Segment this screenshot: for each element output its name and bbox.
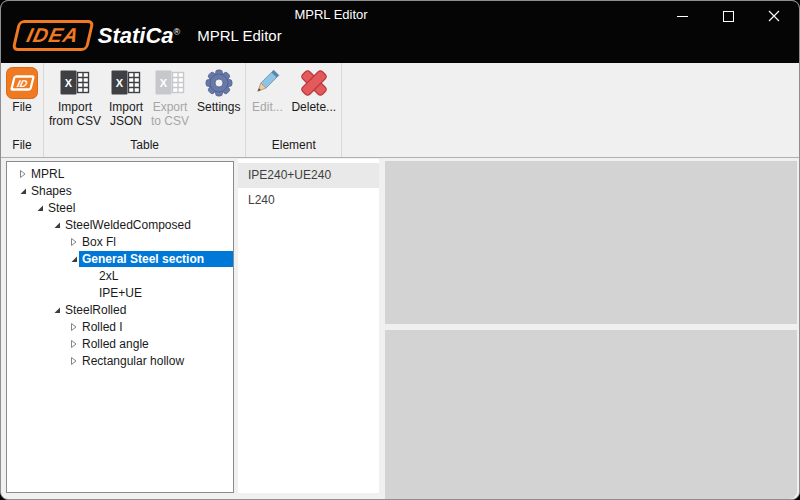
ribbon-button-row: IDFile (1, 63, 43, 136)
delete-button[interactable]: Delete... (288, 66, 339, 115)
import-from-csv-button[interactable]: XImport from CSV (46, 66, 104, 129)
file-button[interactable]: IDFile (3, 66, 41, 115)
tree-item-steel[interactable]: Steel (7, 199, 233, 216)
app-name-label: MPRL Editor (197, 27, 281, 44)
delete-x-icon (298, 67, 330, 99)
minimize-button[interactable] (659, 1, 705, 31)
expanded-expander-icon[interactable] (52, 305, 62, 315)
svg-text:X: X (160, 77, 168, 89)
collapsed-expander-icon[interactable] (18, 169, 28, 179)
tree-item-label: Steel (45, 200, 78, 216)
ribbon-group-label: File (1, 136, 43, 157)
ribbon-button-label: Export to CSV (151, 100, 189, 128)
ribbon-button-label: Settings (197, 100, 240, 114)
list-item-ipe240-ue240[interactable]: IPE240+UE240 (238, 163, 379, 188)
excel-icon: X (59, 67, 91, 99)
expander-spacer (86, 288, 96, 298)
svg-text:X: X (116, 77, 124, 89)
ribbon-button-row: Edit...Delete... (246, 63, 341, 136)
tree-item-label: SteelRolled (62, 302, 129, 318)
maximize-button[interactable] (705, 1, 751, 31)
expanded-expander-icon[interactable] (35, 203, 45, 213)
app-window: MPRL Editor IDEA StatiCa® MPRL Editor ID… (0, 0, 800, 500)
registered-mark: ® (174, 26, 181, 36)
expander-spacer (86, 271, 96, 281)
ribbon-groups: IDFileFileXImport from CSVXImport JSONXE… (1, 63, 342, 157)
tree-item-label: Rectangular hollow (79, 353, 187, 369)
ribbon-group-file: IDFileFile (1, 63, 44, 157)
list-item-l240[interactable]: L240 (238, 188, 379, 213)
import-json-button[interactable]: XImport JSON (106, 66, 146, 129)
export-to-csv-button[interactable]: XExport to CSV (148, 66, 192, 129)
excel-disabled-icon: X (154, 67, 186, 99)
tree-item-box-fl[interactable]: Box Fl (7, 233, 233, 250)
window-controls (659, 1, 797, 31)
tree-item-general-steel-section[interactable]: General Steel section (7, 250, 233, 267)
tree-item-rolled-i[interactable]: Rolled I (7, 318, 233, 335)
tree-item-2xl[interactable]: 2xL (7, 267, 233, 284)
tree-item-label: Rolled angle (79, 336, 152, 352)
tree-item-steelweldedcomposed[interactable]: SteelWeldedComposed (7, 216, 233, 233)
detail-panel-top (385, 161, 797, 324)
tree-panel: MPRLShapesSteelSteelWeldedComposedBox Fl… (6, 161, 234, 493)
tree-item-label: SteelWeldedComposed (62, 217, 194, 233)
edit-button[interactable]: Edit... (248, 66, 286, 115)
brand-logo: IDEA StatiCa® MPRL Editor (15, 20, 282, 51)
collapsed-expander-icon[interactable] (69, 356, 79, 366)
tree-item-ipe-ue[interactable]: IPE+UE (7, 284, 233, 301)
expanded-expander-icon[interactable] (69, 254, 79, 264)
ribbon-button-label: Edit... (252, 100, 283, 114)
ribbon-group-element: Edit...Delete...Element (246, 63, 342, 157)
settings-button[interactable]: Settings (194, 66, 243, 115)
tree-item-rectangular-hollow[interactable]: Rectangular hollow (7, 352, 233, 369)
ribbon-button-label: Import JSON (109, 100, 143, 128)
tree-item-label: MPRL (28, 166, 67, 182)
detail-panel-bottom (385, 330, 797, 499)
ribbon-button-label: Delete... (291, 100, 336, 114)
maximize-icon (723, 11, 734, 22)
excel-icon: X (110, 67, 142, 99)
pencil-icon (251, 67, 283, 99)
idea-logo-icon: IDEA (11, 20, 94, 51)
expanded-expander-icon[interactable] (18, 186, 28, 196)
tree-item-label: Shapes (28, 183, 75, 199)
tree-item-mprl[interactable]: MPRL (7, 165, 233, 182)
ribbon-button-label: File (12, 100, 31, 114)
close-icon (768, 10, 780, 22)
tree-item-label: IPE+UE (96, 285, 145, 301)
idea-file-icon: ID (6, 67, 38, 99)
collapsed-expander-icon[interactable] (69, 237, 79, 247)
ribbon: IDFileFileXImport from CSVXImport JSONXE… (1, 63, 799, 158)
svg-text:X: X (65, 77, 73, 89)
list-panel: IPE240+UE240L240 (238, 159, 379, 493)
tree-item-label: General Steel section (79, 251, 233, 267)
ribbon-group-label: Table (44, 136, 245, 157)
collapsed-expander-icon[interactable] (69, 339, 79, 349)
gear-icon (203, 67, 235, 99)
ribbon-group-table: XImport from CSVXImport JSONXExport to C… (44, 63, 246, 157)
minimize-icon (677, 16, 688, 17)
title-bar: MPRL Editor IDEA StatiCa® MPRL Editor (1, 1, 799, 63)
tree-item-label: Box Fl (79, 234, 119, 250)
tree-item-rolled-angle[interactable]: Rolled angle (7, 335, 233, 352)
tree-item-steelrolled[interactable]: SteelRolled (7, 301, 233, 318)
ribbon-group-label: Element (246, 136, 341, 157)
tree-item-label: 2xL (96, 268, 121, 284)
close-button[interactable] (751, 1, 797, 31)
statica-logo-text: StatiCa® (98, 23, 180, 49)
ribbon-button-row: XImport from CSVXImport JSONXExport to C… (44, 63, 245, 136)
collapsed-expander-icon[interactable] (69, 322, 79, 332)
tree-item-shapes[interactable]: Shapes (7, 182, 233, 199)
ribbon-button-label: Import from CSV (49, 100, 101, 128)
expanded-expander-icon[interactable] (52, 220, 62, 230)
tree-item-label: Rolled I (79, 319, 126, 335)
